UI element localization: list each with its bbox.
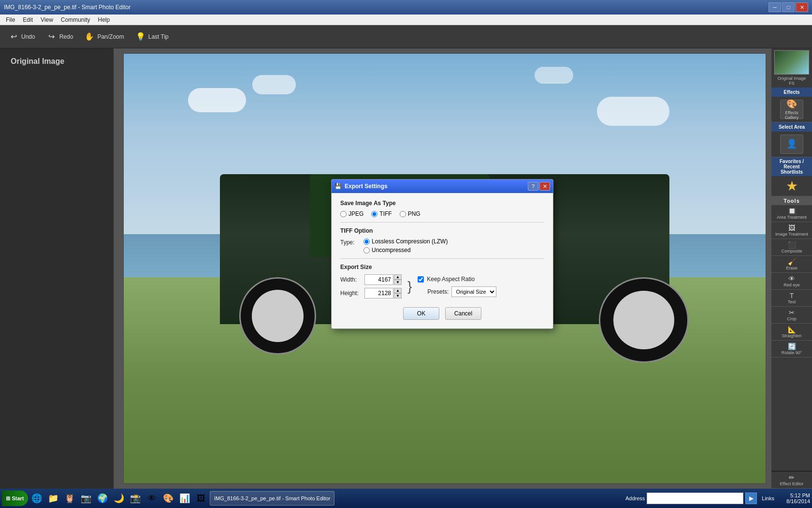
window-title: IMG_8166-3-2_pe_pe_pe.tif - Smart Photo … <box>4 4 130 11</box>
favorites-label: Favorites <box>780 159 801 164</box>
menu-help[interactable]: Help <box>94 15 114 24</box>
png-label: PNG <box>408 210 420 217</box>
address-bar-wrap: Address ▶ <box>625 493 757 504</box>
effect-editor-tool[interactable]: ✏ Effect Editor <box>771 472 812 489</box>
height-spin-down[interactable]: ▼ <box>394 293 402 299</box>
title-controls: ─ □ ✕ <box>768 2 808 12</box>
thumbnail-image <box>774 50 809 75</box>
taskbar-icon-app7[interactable]: 📊 <box>177 491 192 506</box>
export-size-section: Export Size Width: ▲ ▼ <box>340 264 544 299</box>
effects-section: Effects 🎨 Effects Gallery <box>771 88 812 122</box>
tiff-radio[interactable] <box>371 211 377 217</box>
height-input[interactable] <box>364 288 393 299</box>
last-tip-label: Last Tip <box>148 33 169 40</box>
image-treatment-tool[interactable]: 🖼 Image Treatment <box>771 222 812 239</box>
taskbar-icon-ie[interactable]: 🌐 <box>29 491 44 506</box>
recent-label: Recent <box>783 164 799 169</box>
clock-date: 8/16/2014 <box>776 498 810 504</box>
width-label: Width: <box>340 276 362 283</box>
active-app-label: IMG_8166-3-2_pe_pe_pe.tif - Smart Photo … <box>214 495 330 501</box>
dialog-close-button[interactable]: ✕ <box>539 182 550 191</box>
taskbar-icon-browser[interactable]: 🌍 <box>95 491 110 506</box>
aspect-ratio-label[interactable]: Keep Aspect Ratio <box>427 276 475 283</box>
lossless-option[interactable]: Lossless Compression (LZW) <box>363 238 448 245</box>
crop-label: Crop <box>787 316 797 321</box>
image-treatment-label: Image Treatment <box>775 232 808 237</box>
taskbar-icon-app1[interactable]: 🦉 <box>62 491 77 506</box>
lossless-radio[interactable] <box>363 239 370 245</box>
presets-select[interactable]: Original Size Half Size Custom <box>451 286 496 297</box>
width-spin-down[interactable]: ▼ <box>394 280 402 285</box>
effects-gallery-label: Effects Gallery <box>781 110 803 120</box>
tiff-option-section: TIFF Option Type: Lossless Compression (… <box>340 227 544 254</box>
taskbar-right: Address ▶ Links 5:12 PM 8/16/2014 <box>625 493 810 504</box>
uncompressed-option[interactable]: Uncompressed <box>363 247 448 254</box>
height-spin-up[interactable]: ▲ <box>394 288 402 293</box>
crop-tool[interactable]: ✂ Crop <box>771 307 812 324</box>
menu-bar: File Edit View Community Help <box>0 15 812 25</box>
rotate-90-label: Rotate 90° <box>782 350 802 355</box>
taskbar-icon-app8[interactable]: 🖼 <box>193 491 209 506</box>
export-dialog: 💾 Export Settings ? ✕ Save Image As Type <box>331 179 553 329</box>
effects-gallery-button[interactable]: 🎨 Effects Gallery <box>780 100 803 119</box>
height-input-wrap: ▲ ▼ <box>364 288 402 299</box>
effects-gallery-icon: 🎨 <box>786 99 797 109</box>
main-area: Original Image <box>0 48 812 489</box>
address-input[interactable] <box>647 493 743 504</box>
png-option[interactable]: PNG <box>400 210 420 217</box>
aspect-ratio-checkbox[interactable] <box>418 276 424 283</box>
rotate-90-icon: 🔄 <box>788 343 796 350</box>
jpeg-option[interactable]: JPEG <box>340 210 363 217</box>
last-tip-button[interactable]: 💡 Last Tip <box>132 29 172 45</box>
taskbar-icon-folder[interactable]: 📁 <box>45 491 61 506</box>
minimize-button[interactable]: ─ <box>768 2 781 12</box>
close-button[interactable]: ✕ <box>796 2 808 12</box>
menu-view[interactable]: View <box>37 15 57 24</box>
taskbar-icon-app2[interactable]: 📷 <box>78 491 94 506</box>
taskbar-icon-app3[interactable]: 🌙 <box>111 491 127 506</box>
menu-edit[interactable]: Edit <box>19 15 37 24</box>
width-input[interactable] <box>364 274 393 285</box>
width-input-wrap: ▲ ▼ <box>364 274 402 285</box>
straighten-icon: 📐 <box>788 326 796 333</box>
uncompressed-radio[interactable] <box>363 247 370 254</box>
pan-zoom-button[interactable]: ✋ Pan/Zoom <box>81 29 127 45</box>
menu-community[interactable]: Community <box>57 15 94 24</box>
favorites-star-icon[interactable]: ★ <box>786 178 798 194</box>
tiff-option[interactable]: TIFF <box>371 210 392 217</box>
aspect-ratio-wrap: Keep Aspect Ratio <box>418 276 496 283</box>
text-label: Text <box>788 299 796 304</box>
start-button[interactable]: ⊞ Start <box>2 491 28 506</box>
rotate-90-tool[interactable]: 🔄 Rotate 90° <box>771 341 812 358</box>
links-label: Links <box>762 495 774 501</box>
erase-tool[interactable]: 🧹 Erase <box>771 256 812 273</box>
cancel-button[interactable]: Cancel <box>445 307 481 320</box>
menu-file[interactable]: File <box>2 15 19 24</box>
composite-tool[interactable]: ⬛ Composite <box>771 239 812 256</box>
png-radio[interactable] <box>400 211 406 217</box>
straighten-tool[interactable]: 📐 Straighten <box>771 324 812 341</box>
redo-button[interactable]: ↪ Redo <box>43 29 76 45</box>
dialog-help-button[interactable]: ? <box>528 182 538 191</box>
ok-button[interactable]: OK <box>403 307 439 320</box>
maximize-button[interactable]: □ <box>782 2 795 12</box>
width-spin-up[interactable]: ▲ <box>394 274 402 280</box>
jpeg-radio[interactable] <box>340 211 347 217</box>
undo-button[interactable]: ↩ Undo <box>5 29 38 45</box>
area-treatment-tool[interactable]: 🔲 Area Treatment <box>771 205 812 222</box>
toolbar: ↩ Undo ↪ Redo ✋ Pan/Zoom 💡 Last Tip <box>0 25 812 48</box>
address-go-button[interactable]: ▶ <box>745 493 757 504</box>
active-app-button[interactable]: IMG_8166-3-2_pe_pe_pe.tif - Smart Photo … <box>210 491 334 506</box>
text-tool[interactable]: T Text <box>771 290 812 307</box>
straighten-label: Straighten <box>782 333 801 338</box>
red-eye-tool[interactable]: 👁 Red eye <box>771 273 812 290</box>
red-eye-icon: 👁 <box>788 275 795 283</box>
dialog-body: Save Image As Type JPEG TIFF PNG <box>332 193 553 329</box>
taskbar-icon-app5[interactable]: 👁 <box>144 491 160 506</box>
original-image-label: Original Image <box>5 53 109 70</box>
effect-editor-label: Effect Editor <box>780 481 804 486</box>
erase-icon: 🧹 <box>788 258 796 266</box>
taskbar-icon-app4[interactable]: 📸 <box>128 491 143 506</box>
select-area-button[interactable]: 👤 <box>780 134 803 154</box>
taskbar-icon-app6[interactable]: 🎨 <box>160 491 176 506</box>
